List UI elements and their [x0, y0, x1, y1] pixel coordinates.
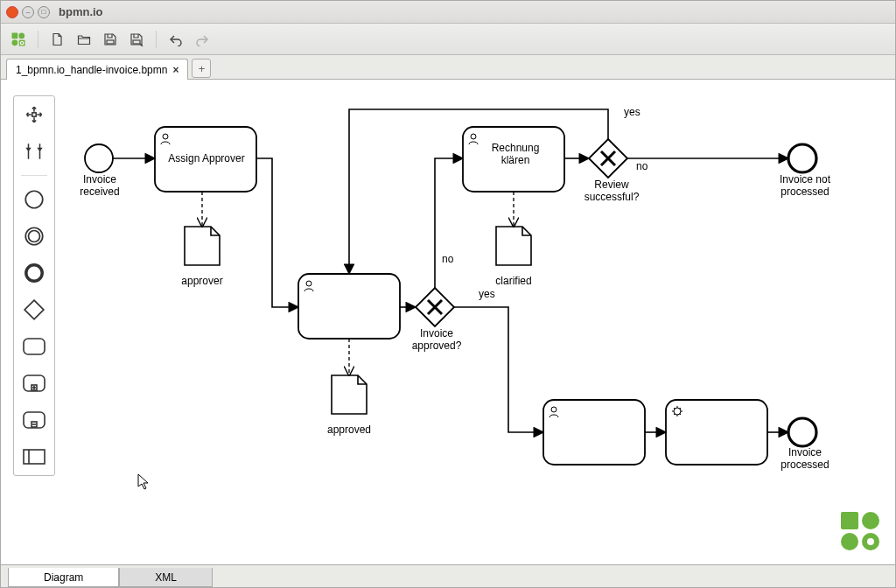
svg-rect-26 [543, 400, 645, 465]
data-object-approver[interactable] [185, 227, 220, 265]
svg-point-1 [18, 32, 24, 38]
file-tab[interactable]: 1_bpmn.io_handle-invoice.bpmn × [6, 59, 188, 80]
svg-rect-6 [133, 40, 140, 44]
add-tab-button[interactable]: + [192, 59, 211, 78]
flow-gateway-yes-to-user[interactable] [454, 307, 543, 432]
svg-rect-31 [841, 512, 858, 529]
task-assign-label: Assign Approver [165, 153, 248, 165]
start-event-invoice-received[interactable] [85, 144, 113, 172]
editor-workarea[interactable]: Invoice received Assign Approver approve… [1, 80, 895, 564]
data-object-clarified[interactable] [496, 227, 531, 265]
data-approver-label: approver [176, 276, 228, 288]
app-logo-icon [8, 29, 29, 50]
diagram-canvas[interactable] [1, 80, 881, 564]
flow-gateway-no-to-clarify[interactable] [435, 158, 463, 288]
flow-assign-to-approve[interactable] [256, 158, 298, 307]
svg-point-30 [788, 418, 816, 446]
svg-point-32 [862, 512, 879, 529]
window-minimize-button[interactable]: – [22, 6, 34, 18]
new-file-button[interactable] [47, 29, 68, 50]
open-file-button[interactable] [74, 29, 94, 50]
svg-point-4 [21, 42, 23, 44]
main-toolbar [1, 24, 895, 55]
window-close-button[interactable] [6, 6, 18, 18]
task-approve-invoice[interactable] [298, 274, 400, 339]
tab-diagram-label: Diagram [44, 571, 83, 584]
edge-yes-clarified-label: yes [479, 288, 495, 300]
svg-rect-0 [12, 32, 18, 38]
data-clarified-label: clarified [487, 276, 540, 288]
close-tab-icon[interactable]: × [172, 64, 178, 76]
save-button[interactable] [100, 29, 121, 50]
edge-review-yes-label: yes [624, 106, 640, 118]
svg-point-35 [867, 538, 874, 545]
window-title: bpmn.io [59, 5, 103, 18]
bpmn-io-logo-icon [837, 508, 881, 556]
svg-point-33 [841, 533, 858, 550]
add-tab-label: + [199, 62, 206, 75]
file-tab-row: 1_bpmn.io_handle-invoice.bpmn × + [1, 55, 895, 80]
svg-point-25 [788, 144, 816, 172]
end-notprocessed-label: Invoice not processed [774, 174, 836, 199]
data-object-approved[interactable] [332, 375, 367, 414]
svg-rect-28 [666, 400, 767, 465]
tab-xml[interactable]: XML [119, 568, 213, 587]
end-event-not-processed[interactable] [788, 144, 816, 172]
end-event-processed[interactable] [788, 418, 816, 446]
redo-button[interactable] [192, 29, 213, 50]
undo-button[interactable] [165, 29, 186, 50]
task-user-bottom[interactable] [543, 400, 645, 465]
svg-point-18 [85, 144, 113, 172]
bottom-tab-row: Diagram XML [1, 564, 895, 587]
end-processed-label: Invoice processed [778, 447, 832, 472]
svg-rect-5 [107, 40, 114, 44]
file-tab-label: 1_bpmn.io_handle-invoice.bpmn [16, 64, 167, 76]
edge-no-label: no [442, 253, 453, 265]
tab-xml-label: XML [155, 571, 177, 584]
start-event-label: Invoice received [76, 174, 123, 199]
tab-diagram[interactable]: Diagram [8, 568, 119, 587]
svg-point-2 [12, 39, 18, 46]
gateway-approved-label: Invoice approved? [409, 328, 465, 353]
svg-rect-21 [298, 274, 400, 339]
gateway-invoice-approved[interactable] [416, 288, 454, 326]
window-titlebar: – □ bpmn.io [1, 1, 895, 24]
task-clarify-label: Rechnung klären [484, 143, 547, 167]
gateway-review-label: Review successful? [580, 179, 643, 204]
edge-review-no-label: no [636, 160, 648, 172]
save-as-button[interactable] [126, 29, 147, 50]
window-maximize-button[interactable]: □ [38, 6, 50, 18]
data-approved-label: approved [323, 424, 375, 437]
gateway-review-successful[interactable] [589, 139, 627, 178]
toolbar-separator [156, 31, 157, 48]
task-service-bottom[interactable] [666, 400, 767, 465]
toolbar-separator [38, 31, 38, 48]
